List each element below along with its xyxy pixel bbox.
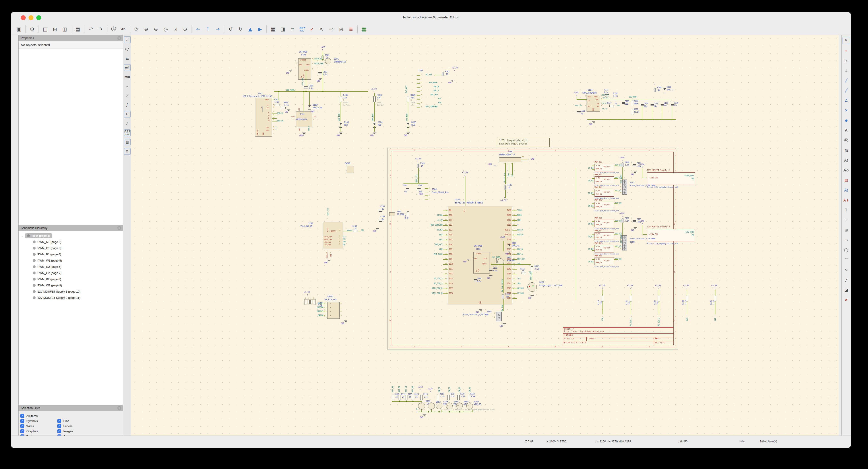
grid-overrides-icon[interactable]: ∷╱ (124, 46, 131, 52)
table-tool-icon[interactable]: ⊞ (842, 226, 850, 234)
zoom-window-button[interactable] (36, 15, 41, 20)
close-icon[interactable]: ✕ (117, 226, 121, 230)
filter-option-wires[interactable]: ✓Wires (20, 424, 57, 428)
parent-sheet-icon[interactable]: ↑ (203, 24, 213, 34)
hierarchy-panel-header[interactable]: Schematic Hierarchy ✕ (19, 225, 123, 231)
checkbox-checked-icon[interactable]: ✓ (57, 419, 61, 423)
zoom-fit-icon[interactable]: ◎ (161, 24, 170, 34)
bezier-tool-icon[interactable]: ∿ (842, 266, 850, 274)
hierarchy-sheet-item[interactable]: PWM_R2 (page 6) (33, 264, 123, 270)
assign-footprints-icon[interactable]: ⇨ (327, 24, 336, 34)
edit-symbol-library-links-icon[interactable]: ▦ (268, 24, 278, 34)
arc-tool-icon[interactable]: ⌒ (842, 256, 850, 264)
netclass-directive-tool-icon[interactable]: Ⓝ (842, 137, 850, 144)
show-hidden-fields-icon[interactable]: ƒ (124, 101, 131, 108)
hierarchy-root-item[interactable]: ⌄Root (page 1) (22, 233, 123, 239)
full-window-crosshair-icon[interactable]: ＋ (124, 83, 131, 90)
zoom-out-icon[interactable]: ⊖ (151, 24, 161, 34)
place-symbol-tool-icon[interactable]: ▷ (842, 57, 850, 64)
draw-bus-tool-icon[interactable]: ╱ (842, 87, 850, 94)
print-icon[interactable]: ⊟ (50, 24, 60, 34)
rotate-cw-icon[interactable]: ↻ (236, 24, 245, 34)
checkbox-checked-icon[interactable]: ✓ (57, 429, 61, 433)
checkbox-checked-icon[interactable]: ✓ (20, 429, 24, 433)
filter-option-images[interactable]: ✓Images (57, 429, 94, 433)
filter-option-graphics[interactable]: ✓Graphics (20, 429, 57, 433)
annotate-icon[interactable]: R??R42 (298, 24, 307, 34)
select-tool-icon[interactable]: ↖ (842, 37, 850, 44)
prev-sheet-icon[interactable]: ← (193, 24, 203, 34)
hierarchy-navigator-icon[interactable]: ▥ (124, 139, 131, 145)
filter-option-symbols[interactable]: ✓Symbols (20, 419, 57, 423)
checkbox-checked-icon[interactable]: ✓ (57, 424, 61, 428)
next-sheet-icon[interactable]: → (213, 24, 222, 34)
pin-table-icon[interactable]: ⌗ (288, 24, 298, 34)
checkbox-checked-icon[interactable]: ✓ (20, 419, 24, 423)
close-icon[interactable]: ✕ (117, 406, 121, 410)
expander-icon[interactable]: ⌄ (22, 234, 24, 237)
selection-filter-header[interactable]: Selection Filter ✕ (19, 405, 123, 411)
rectangle-tool-icon[interactable]: ▭ (842, 236, 850, 244)
close-icon[interactable]: ✕ (117, 36, 121, 40)
circle-tool-icon[interactable]: ◯ (842, 246, 850, 254)
units-inches-icon[interactable]: in (124, 55, 131, 62)
filter-option-pins[interactable]: ✓Pins (57, 419, 94, 423)
sheet-pin-tool-icon[interactable]: A⟩ (842, 186, 850, 194)
run-erc-icon[interactable]: ✓ (307, 24, 317, 34)
delete-tool-icon[interactable]: ✕ (842, 296, 850, 304)
redo-icon[interactable]: ↷ (96, 24, 105, 34)
plot-icon[interactable]: ◫ (60, 24, 69, 34)
hierarchical-label-tool-icon[interactable]: A◇ (842, 167, 850, 174)
footprint-assignment-icon[interactable]: ◨ (278, 24, 288, 34)
rotate-ccw-icon[interactable]: ↺ (226, 24, 236, 34)
annotate-automatically-icon[interactable]: R??R42 (124, 129, 131, 136)
properties-panel-header[interactable]: Properties ✕ (19, 35, 123, 41)
checkbox-checked-icon[interactable]: ✓ (20, 424, 24, 428)
find-replace-icon[interactable]: AB (119, 24, 128, 34)
hierarchy-sheet-item[interactable]: PWM_B1 (page 4) (33, 251, 123, 257)
simulator-icon[interactable]: ∿ (317, 24, 327, 34)
hierarchy-sheet-item[interactable]: 12V MOSFET Supply 1 (page 10) (33, 288, 123, 295)
page-settings-icon[interactable]: □ (40, 24, 50, 34)
refresh-icon[interactable]: ⟳ (131, 24, 141, 34)
find-icon[interactable]: Ⓐ (109, 24, 119, 34)
undo-icon[interactable]: ↶ (86, 24, 96, 34)
hierarchy-sheet-item[interactable]: PWM_W1 (page 5) (33, 257, 123, 264)
zoom-in-icon[interactable]: ⊕ (141, 24, 151, 34)
close-window-button[interactable] (21, 15, 26, 20)
paste-icon[interactable]: ▤ (73, 24, 83, 34)
save-icon[interactable]: ▣ (14, 24, 24, 34)
show-hidden-pins-icon[interactable]: ▷ (124, 92, 131, 99)
mirror-vertical-icon[interactable]: ▲ (245, 24, 255, 34)
filter-option-all-items[interactable]: ✓All items (20, 414, 57, 418)
global-label-tool-icon[interactable]: A⟩ (842, 156, 850, 164)
free-angle-wires-icon[interactable]: ╱ (124, 120, 131, 127)
schematic-canvas[interactable]: 123456123456ABCDABCDSheet: /File: led-st… (131, 35, 839, 436)
bus-entry-tool-icon[interactable]: ∠ (842, 97, 850, 104)
hierarchy-sheet-item[interactable]: PWM_W2 (page 9) (33, 282, 123, 288)
hierarchy-sheet-item[interactable]: PWM_G1 (page 3) (33, 245, 123, 251)
highlight-net-tool-icon[interactable]: ＋ (842, 47, 850, 54)
net-label-tool-icon[interactable]: A (842, 126, 850, 134)
hierarchy-sheet-item[interactable]: 12V MOSFET Supply 2 (page 11) (33, 295, 123, 301)
symbol-fields-table-icon[interactable]: ⊞ (336, 24, 346, 34)
units-mm-icon[interactable]: mm (124, 74, 131, 80)
schematic-setup-icon[interactable]: ⚙ (27, 24, 37, 34)
junction-tool-icon[interactable]: ◆ (842, 117, 850, 124)
no-connect-tool-icon[interactable]: ✕ (842, 107, 850, 114)
checkbox-checked-icon[interactable]: ✓ (20, 414, 24, 418)
filter-option-labels[interactable]: ✓Labels (57, 424, 94, 428)
line-tool-icon[interactable]: ╱ (842, 276, 850, 284)
minimize-window-button[interactable] (29, 15, 33, 20)
title-bar[interactable]: led-string-driver — Schematic Editor (11, 12, 851, 24)
properties-manager-icon[interactable]: ⚙ (124, 148, 131, 155)
hierarchy-sheet-item[interactable]: PWM_G2 (page 7) (33, 270, 123, 276)
units-mils-icon[interactable]: mil (124, 64, 131, 71)
image-tool-icon[interactable]: ◪ (842, 286, 850, 294)
grid-visibility-icon[interactable]: ∷ (124, 36, 131, 43)
place-power-symbol-tool-icon[interactable]: ⟂ (842, 67, 850, 74)
mirror-horizontal-icon[interactable]: ▶ (255, 24, 265, 34)
import-sheet-pins-tool-icon[interactable]: A↓ (842, 196, 850, 204)
zoom-selection-icon[interactable]: ⊙ (180, 24, 190, 34)
open-pcb-editor-icon[interactable]: ▦ (359, 24, 369, 34)
